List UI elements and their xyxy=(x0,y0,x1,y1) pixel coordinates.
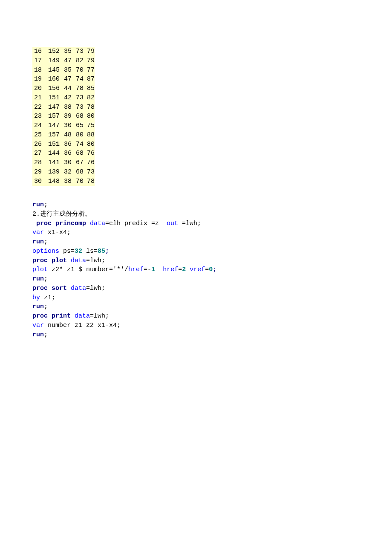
data-cell: 79 xyxy=(85,56,95,66)
data-value: =lwh; xyxy=(86,257,105,264)
ls-text: ls= xyxy=(82,248,98,255)
options-keyword: options xyxy=(32,248,59,255)
semicolon: ; xyxy=(44,238,48,246)
ls-value: 85 xyxy=(98,248,105,255)
data-cell: 47 xyxy=(62,75,72,84)
data-cell: 23 xyxy=(32,112,42,121)
data-row: 28141306776 xyxy=(32,158,95,168)
data-cell: 139 xyxy=(44,168,60,177)
data-cell: 27 xyxy=(32,149,42,158)
data-cell: 80 xyxy=(85,112,95,121)
data-cell: 30 xyxy=(32,177,42,186)
data-cell: 76 xyxy=(85,158,95,168)
data-row: 17149478279 xyxy=(32,56,95,66)
data-cell: 28 xyxy=(32,158,42,168)
data-table: 1615235737917149478279181453570771916047… xyxy=(32,47,95,186)
ps-text: ps= xyxy=(59,248,75,255)
data-cell: 160 xyxy=(44,75,60,84)
data-cell: 25 xyxy=(32,130,42,140)
eq: =- xyxy=(144,266,151,273)
star-quote: '*' xyxy=(113,266,124,273)
data-row: 25157488088 xyxy=(32,130,95,140)
vref-option: vref xyxy=(186,266,205,273)
data-cell: 156 xyxy=(44,84,60,93)
run-keyword: run xyxy=(32,303,44,310)
data-cell: 73 xyxy=(74,93,84,103)
data-cell: 68 xyxy=(74,112,84,121)
zero: 0 xyxy=(209,266,213,273)
plot-keyword: plot xyxy=(32,266,48,273)
data-row: 20156447885 xyxy=(32,84,95,93)
by-keyword: by xyxy=(32,294,40,301)
data-cell: 157 xyxy=(44,112,60,121)
slash: / xyxy=(124,266,128,273)
data-cell: 70 xyxy=(74,66,84,75)
data-row: 24147306575 xyxy=(32,121,95,130)
data-cell: 80 xyxy=(74,130,84,140)
data-option: data xyxy=(86,220,105,227)
data-cell: 75 xyxy=(85,121,95,130)
data-cell: 35 xyxy=(62,47,72,56)
plot-expr: z2* z1 $ number= xyxy=(48,266,113,273)
data-cell: 19 xyxy=(32,75,42,84)
data-cell: 76 xyxy=(85,149,95,158)
data-cell: 30 xyxy=(62,121,72,130)
run-keyword: run xyxy=(32,238,44,246)
data-row: 30148387078 xyxy=(32,177,95,186)
data-cell: 22 xyxy=(32,103,42,112)
data-cell: 39 xyxy=(62,112,72,121)
data-cell: 74 xyxy=(74,75,84,84)
data-cell: 29 xyxy=(32,168,42,177)
comment-line: 2.进行主成份分析。 xyxy=(32,211,91,218)
data-cell: 32 xyxy=(62,168,72,177)
data-cell: 151 xyxy=(44,140,60,149)
proc-princomp: proc princomp xyxy=(32,220,86,227)
data-row: 26151367480 xyxy=(32,140,95,149)
data-cell: 88 xyxy=(85,130,95,140)
neg-one: 1 xyxy=(151,266,155,273)
data-option: data xyxy=(67,285,86,292)
data-row: 16152357379 xyxy=(32,47,95,56)
data-cell: 30 xyxy=(62,158,72,168)
data-row: 21151427382 xyxy=(32,93,95,103)
data-cell: 148 xyxy=(44,177,60,186)
data-cell: 68 xyxy=(74,168,84,177)
data-value: =lwh; xyxy=(90,312,109,320)
data-row: 29139326873 xyxy=(32,168,95,177)
data-cell: 144 xyxy=(44,149,60,158)
data-cell: 73 xyxy=(74,103,84,112)
proc-print: proc print xyxy=(32,312,71,320)
data-cell: 68 xyxy=(74,149,84,158)
data-cell: 147 xyxy=(44,121,60,130)
data-cell: 18 xyxy=(32,66,42,75)
data-cell: 87 xyxy=(85,75,95,84)
data-row: 22147387378 xyxy=(32,103,95,112)
data-cell: 151 xyxy=(44,93,60,103)
out-value: =lwh; xyxy=(178,220,201,227)
by-var: z1; xyxy=(40,294,55,301)
data-cell: 141 xyxy=(44,158,60,168)
semicolon: ; xyxy=(44,331,48,338)
data-cell: 73 xyxy=(85,168,95,177)
data-cell: 77 xyxy=(85,66,95,75)
data-cell: 38 xyxy=(62,177,72,186)
data-cell: 67 xyxy=(74,158,84,168)
data-cell: 47 xyxy=(62,56,72,66)
data-cell: 79 xyxy=(85,47,95,56)
href-option-2: href xyxy=(155,266,178,273)
data-cell: 16 xyxy=(32,47,42,56)
data-cell: 78 xyxy=(85,103,95,112)
data-cell: 20 xyxy=(32,84,42,93)
data-cell: 26 xyxy=(32,140,42,149)
proc-plot: proc plot xyxy=(32,257,67,264)
data-cell: 36 xyxy=(62,140,72,149)
semicolon: ; xyxy=(105,248,109,255)
data-cell: 48 xyxy=(62,130,72,140)
run-keyword: run xyxy=(32,275,44,283)
semicolon: ; xyxy=(44,275,48,283)
var-keyword: var xyxy=(32,229,44,236)
data-cell: 70 xyxy=(74,177,84,186)
data-cell: 35 xyxy=(62,66,72,75)
data-cell: 78 xyxy=(74,84,84,93)
run-keyword: run xyxy=(32,201,44,208)
